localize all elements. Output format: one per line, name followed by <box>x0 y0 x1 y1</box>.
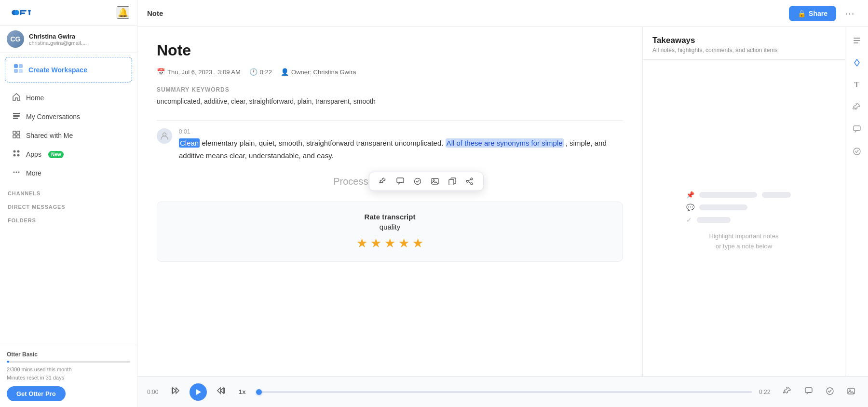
channels-section-label: CHANNELS <box>0 185 137 198</box>
svg-point-18 <box>14 150 16 153</box>
svg-point-24 <box>18 172 20 173</box>
transcript-panel: Note 📅 Thu, Jul 6, 2023 . 3:09 AM 🕐 0:22… <box>137 27 642 376</box>
star-rating[interactable]: ★ ★ ★ ★ ★ <box>168 236 612 251</box>
star-4[interactable]: ★ <box>398 236 409 251</box>
section-divider <box>157 120 623 121</box>
nav-my-conversations-label: My Conversations <box>26 113 80 121</box>
star-3[interactable]: ★ <box>384 236 395 251</box>
highlight-word: Clean <box>179 138 200 148</box>
share-button[interactable]: 🔒 Share <box>789 6 836 21</box>
star-1[interactable]: ★ <box>356 236 367 251</box>
panel-pin-icon[interactable] <box>849 99 865 115</box>
transcript-body: 0:01 Clean elementary plain, quiet, smoo… <box>179 128 623 162</box>
takeaways-body: 📌 💬 ✓ Highlight important notes <box>643 60 845 376</box>
topbar-actions: 🔒 Share ⋯ <box>789 6 858 21</box>
player-comment-button[interactable] <box>801 385 816 399</box>
svg-rect-41 <box>224 388 225 393</box>
rewind-button[interactable] <box>168 383 183 400</box>
transcript-entry: 0:01 Clean elementary plain, quiet, smoo… <box>157 128 623 162</box>
placeholder-line-4 <box>697 217 731 223</box>
usage-progress-fill <box>7 361 9 363</box>
reset-text: Minutes reset in 31 days <box>7 374 130 382</box>
sidebar-item-more[interactable]: More <box>4 164 133 182</box>
owner-icon: 👤 <box>281 68 289 76</box>
main-content: Note 🔒 Share ⋯ Note 📅 Thu, Jul 6, 2023 .… <box>137 0 868 407</box>
play-button[interactable] <box>190 383 207 401</box>
svg-point-19 <box>17 150 20 153</box>
nav-home-label: Home <box>26 94 44 102</box>
sidebar-item-my-conversations[interactable]: My Conversations <box>4 108 133 126</box>
player-image-button[interactable] <box>844 385 858 399</box>
star-5[interactable]: ★ <box>412 236 423 251</box>
audio-player: 0:00 1x 0:22 <box>137 376 868 407</box>
highlight-phrase: All of these are synonyms for simple <box>446 138 564 148</box>
svg-rect-7 <box>14 64 18 68</box>
clock-icon: 🕐 <box>249 68 258 76</box>
toolbar-image-button[interactable] <box>426 175 444 188</box>
owner-meta: 👤 Owner: Christina Gwira <box>281 68 356 76</box>
create-workspace-button[interactable]: Create Workspace <box>5 57 132 82</box>
rate-quality: quality <box>168 223 612 231</box>
rate-transcript-box: Rate transcript quality ★ ★ ★ ★ ★ <box>157 202 623 262</box>
toolbar-copy-button[interactable] <box>444 175 461 188</box>
toolbar-pin-button[interactable] <box>374 175 392 188</box>
app-logo[interactable] <box>8 5 37 20</box>
plan-name: Otter Basic <box>7 351 130 358</box>
placeholder-pin-icon: 📌 <box>686 191 694 199</box>
takeaways-panel: Takeaways All notes, highlights, comment… <box>642 27 845 376</box>
takeaways-subtitle: All notes, highlights, comments, and act… <box>652 47 835 54</box>
placeholder-row-2: 💬 <box>686 204 802 211</box>
playback-speed-button[interactable]: 1x <box>235 386 249 397</box>
notifications-bell[interactable]: 🔔 <box>117 6 129 19</box>
nav-more-label: More <box>26 169 41 177</box>
placeholder-line-2 <box>762 192 791 198</box>
sidebar-item-apps[interactable]: Apps New <box>4 145 133 163</box>
forward-button[interactable] <box>214 383 228 400</box>
shared-icon <box>12 131 21 140</box>
takeaways-title: Takeaways <box>652 36 835 45</box>
player-pin-button[interactable] <box>780 385 795 399</box>
highlight-hint: Highlight important notes or type a note… <box>709 231 779 252</box>
star-2[interactable]: ★ <box>370 236 381 251</box>
svg-rect-16 <box>13 135 16 138</box>
playback-progress-dot <box>256 389 262 395</box>
rate-title: Rate transcript <box>168 213 612 221</box>
player-time-end: 0:22 <box>759 389 773 395</box>
toolbar-comment-button[interactable] <box>392 175 409 188</box>
placeholder-row-3: ✓ <box>686 216 802 224</box>
player-time-start: 0:00 <box>147 389 162 395</box>
player-action-button[interactable] <box>823 385 837 399</box>
svg-rect-40 <box>172 388 173 393</box>
lock-icon: 🔒 <box>798 10 806 17</box>
panel-comment-icon[interactable] <box>849 122 865 137</box>
panel-check-icon[interactable] <box>849 144 865 159</box>
svg-rect-3 <box>20 10 27 12</box>
get-pro-button[interactable]: Get Otter Pro <box>7 386 66 401</box>
placeholder-illustration: 📌 💬 ✓ <box>686 191 802 224</box>
avatar: CG <box>7 30 24 48</box>
panel-list-icon[interactable] <box>849 33 865 48</box>
svg-rect-14 <box>13 131 16 134</box>
transcript-text[interactable]: Clean elementary plain, quiet, smooth, s… <box>179 137 623 162</box>
sidebar-item-shared-with-me[interactable]: Shared with Me <box>4 126 133 145</box>
calendar-icon: 📅 <box>157 68 165 76</box>
svg-rect-38 <box>854 126 860 131</box>
content-area: Note 📅 Thu, Jul 6, 2023 . 3:09 AM 🕐 0:22… <box>137 27 868 376</box>
more-options-button[interactable]: ⋯ <box>841 6 858 21</box>
playback-progress-track[interactable] <box>256 391 752 393</box>
my-conversations-icon <box>12 112 21 122</box>
summary-keywords: uncomplicated, additive, clear, straight… <box>157 96 623 107</box>
svg-rect-36 <box>854 40 860 41</box>
sidebar-footer: Otter Basic 2/300 mins used this month M… <box>0 345 137 407</box>
transcript-timestamp: 0:01 <box>179 128 623 135</box>
toolbar-share-button[interactable] <box>461 175 478 188</box>
panel-diamond-icon[interactable] <box>849 55 865 70</box>
folders-section-label: FOLDERS <box>0 212 137 225</box>
toolbar-check-button[interactable] <box>409 175 426 188</box>
sidebar-item-home[interactable]: Home <box>4 89 133 107</box>
svg-point-1 <box>14 10 20 15</box>
user-profile[interactable]: CG Christina Gwira christina.gwira@gmail… <box>0 26 137 53</box>
svg-rect-31 <box>449 179 454 185</box>
panel-text-icon[interactable]: T <box>849 77 865 93</box>
svg-rect-10 <box>19 69 23 73</box>
